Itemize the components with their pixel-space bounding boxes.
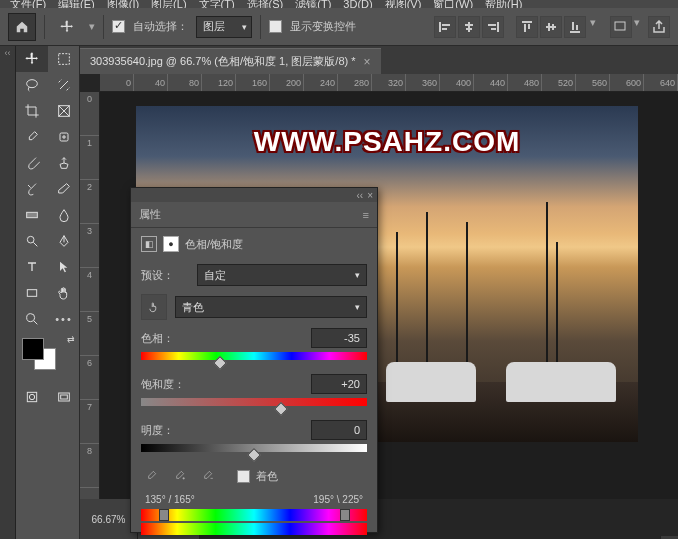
svg-rect-9	[522, 21, 532, 23]
target-adjust-button[interactable]	[141, 294, 167, 320]
align-top-button[interactable]	[516, 16, 538, 38]
home-button[interactable]	[8, 13, 36, 41]
adjustment-type-icon: ◧	[141, 236, 157, 252]
eyedropper-set-icon[interactable]	[141, 466, 161, 486]
more-tools[interactable]: •••	[48, 306, 80, 332]
share-button[interactable]	[648, 16, 670, 38]
range-left-degrees: 135° / 165°	[145, 494, 195, 505]
adjustment-name: 色相/饱和度	[185, 237, 243, 252]
menu-help[interactable]: 帮助(H)	[485, 0, 522, 8]
svg-rect-30	[61, 395, 68, 399]
svg-point-26	[27, 314, 35, 322]
auto-select-label: 自动选择：	[133, 19, 188, 34]
3d-mode-button[interactable]	[610, 16, 632, 38]
eyedropper-add-icon[interactable]	[169, 466, 189, 486]
eyedropper-subtract-icon[interactable]	[197, 466, 217, 486]
align-center-h-button[interactable]	[458, 16, 480, 38]
channel-dropdown[interactable]: 青色	[175, 296, 367, 318]
magic-wand-tool[interactable]	[48, 72, 80, 98]
menu-type[interactable]: 文字(T)	[199, 0, 235, 8]
svg-rect-2	[442, 28, 447, 30]
frame-tool[interactable]	[48, 98, 80, 124]
dodge-tool[interactable]	[16, 228, 48, 254]
tab-close-icon[interactable]: ×	[364, 55, 371, 69]
lasso-tool[interactable]	[16, 72, 48, 98]
svg-rect-23	[27, 212, 38, 217]
preset-dropdown[interactable]: 自定	[197, 264, 367, 286]
menu-file[interactable]: 文件(F)	[10, 0, 46, 8]
panel-title: 属性	[139, 207, 161, 222]
svg-rect-11	[528, 24, 530, 29]
menu-bar: 文件(F) 编辑(E) 图像(I) 图层(L) 文字(T) 选择(S) 滤镜(T…	[0, 0, 678, 8]
svg-rect-27	[27, 392, 36, 401]
eyedropper-tool[interactable]	[16, 124, 48, 150]
svg-point-28	[29, 394, 34, 399]
gradient-tool[interactable]	[16, 202, 48, 228]
foreground-color[interactable]	[22, 338, 44, 360]
watermark-text: WWW.PSAHZ.COM	[254, 126, 521, 158]
adjustment-mask-icon: ●	[163, 236, 179, 252]
align-bottom-button[interactable]	[564, 16, 586, 38]
align-right-button[interactable]	[482, 16, 504, 38]
panel-flyout-icon[interactable]: ≡	[363, 209, 369, 221]
svg-rect-19	[59, 54, 70, 65]
auto-select-target-dropdown[interactable]: 图层	[196, 16, 252, 38]
panel-collapse-icon[interactable]: ‹‹	[356, 190, 363, 201]
menu-edit[interactable]: 编辑(E)	[58, 0, 95, 8]
menu-filter[interactable]: 滤镜(T)	[295, 0, 331, 8]
menu-window[interactable]: 窗口(W)	[433, 0, 473, 8]
swap-colors-icon[interactable]: ⇄	[67, 334, 75, 344]
menu-3d[interactable]: 3D(D)	[343, 0, 372, 8]
history-brush-tool[interactable]	[16, 176, 48, 202]
quick-mask-tool[interactable]	[16, 384, 48, 410]
crop-tool[interactable]	[16, 98, 48, 124]
zoom-tool[interactable]	[16, 306, 48, 332]
saturation-label: 饱和度：	[141, 377, 185, 392]
path-select-tool[interactable]	[48, 254, 80, 280]
svg-rect-5	[466, 28, 472, 30]
clone-stamp-tool[interactable]	[48, 150, 80, 176]
menu-image[interactable]: 图像(I)	[107, 0, 139, 8]
svg-rect-16	[572, 22, 574, 30]
lightness-slider[interactable]	[141, 444, 367, 452]
svg-rect-0	[439, 22, 441, 32]
menu-view[interactable]: 视图(V)	[385, 0, 422, 8]
eraser-tool[interactable]	[48, 176, 80, 202]
svg-rect-3	[468, 22, 470, 32]
color-range-strip-top[interactable]	[141, 509, 367, 521]
color-range-strip-bottom[interactable]	[141, 523, 367, 535]
type-tool[interactable]	[16, 254, 48, 280]
align-center-v-button[interactable]	[540, 16, 562, 38]
document-tab[interactable]: 303935640.jpg @ 66.7% (色相/饱和度 1, 图层蒙版/8)…	[80, 48, 381, 74]
auto-select-checkbox[interactable]	[112, 20, 125, 33]
pen-tool[interactable]	[48, 228, 80, 254]
lightness-input[interactable]	[311, 420, 367, 440]
blur-tool[interactable]	[48, 202, 80, 228]
show-transform-checkbox[interactable]	[269, 20, 282, 33]
hue-slider[interactable]	[141, 352, 367, 360]
brush-tool[interactable]	[16, 150, 48, 176]
menu-layer[interactable]: 图层(L)	[151, 0, 186, 8]
hand-tool[interactable]	[48, 280, 80, 306]
collapse-handle[interactable]: ‹‹	[0, 46, 16, 539]
align-left-button[interactable]	[434, 16, 456, 38]
colorize-checkbox[interactable]	[237, 470, 250, 483]
panel-close-icon[interactable]: ×	[367, 190, 373, 201]
move-tool[interactable]	[16, 46, 48, 72]
screen-mode-tool[interactable]	[48, 384, 80, 410]
rectangle-tool[interactable]	[16, 280, 48, 306]
svg-rect-4	[465, 24, 473, 26]
saturation-slider[interactable]	[141, 398, 367, 406]
svg-rect-10	[524, 24, 526, 32]
marquee-tool[interactable]	[48, 46, 80, 72]
vertical-ruler: 012345678	[80, 92, 100, 499]
menu-select[interactable]: 选择(S)	[247, 0, 284, 8]
svg-rect-15	[570, 31, 580, 33]
saturation-input[interactable]	[311, 374, 367, 394]
lightness-label: 明度：	[141, 423, 174, 438]
move-tool-icon[interactable]	[53, 13, 81, 41]
svg-point-24	[27, 236, 34, 243]
healing-tool[interactable]	[48, 124, 80, 150]
hue-input[interactable]	[311, 328, 367, 348]
hue-label: 色相：	[141, 331, 174, 346]
